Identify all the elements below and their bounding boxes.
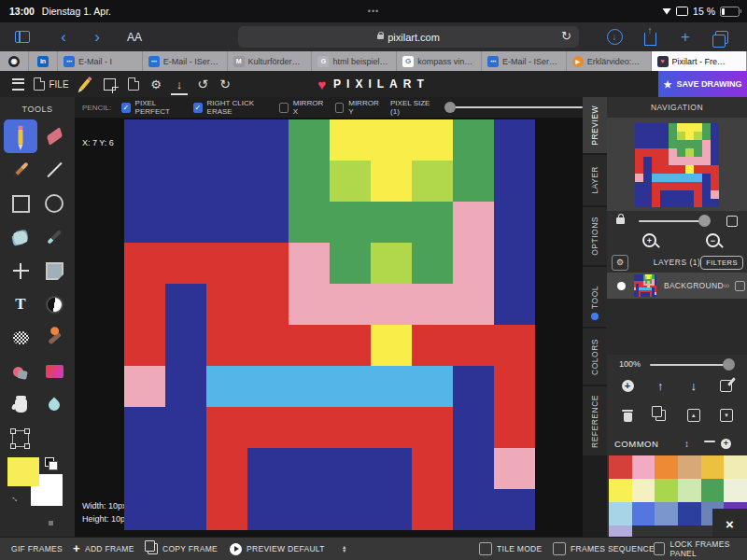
tile-mode-checkbox[interactable] xyxy=(479,542,492,555)
tool-eraser[interactable] xyxy=(37,119,71,153)
move-layer-down-button[interactable]: ↓ xyxy=(685,377,702,394)
pixel-cell[interactable] xyxy=(412,202,453,243)
pixel-cell[interactable] xyxy=(124,325,165,366)
pixel-cell[interactable] xyxy=(412,325,453,366)
pixel-cell[interactable] xyxy=(165,119,206,161)
pixel-cell[interactable] xyxy=(206,325,247,366)
tool-text[interactable]: T xyxy=(4,287,37,321)
tool-stamp[interactable] xyxy=(37,321,71,355)
save-drawing-button[interactable]: ★ SAVE DRAWING xyxy=(658,71,747,97)
pixel-cell[interactable] xyxy=(412,161,453,202)
pixel-cell[interactable] xyxy=(453,284,494,325)
pixel-cell[interactable] xyxy=(206,489,247,530)
pixel-cell[interactable] xyxy=(165,202,206,243)
pixel-cell[interactable] xyxy=(247,161,289,202)
opacity-slider[interactable] xyxy=(650,364,732,366)
preview-button[interactable]: PREVIEW xyxy=(230,538,285,560)
pixel-cell[interactable] xyxy=(289,202,330,243)
panel-tab-layer[interactable]: LAYER xyxy=(583,155,607,205)
duplicate-layer-button[interactable] xyxy=(652,407,669,424)
pixel-cell[interactable] xyxy=(289,366,330,407)
move-layer-up-button[interactable]: ↑ xyxy=(652,377,669,394)
layer-checkbox[interactable] xyxy=(735,281,745,291)
panel-tab-preview[interactable]: PREVIEW xyxy=(583,97,607,153)
forward-button[interactable]: › xyxy=(88,22,106,51)
back-button[interactable]: ‹ xyxy=(54,22,73,51)
pixel-cell[interactable] xyxy=(206,366,247,407)
pixel-cell[interactable] xyxy=(247,489,289,530)
fit-view-icon[interactable] xyxy=(726,216,738,227)
checkbox-checked[interactable]: ✓ xyxy=(121,103,130,113)
panel-tab-reference[interactable]: REFERENCE xyxy=(583,386,607,455)
pixel-cell[interactable] xyxy=(289,119,330,161)
pixel-cell[interactable] xyxy=(453,161,494,202)
address-bar[interactable]: pixilart.com ↻ xyxy=(238,26,579,48)
pixel-cell[interactable] xyxy=(165,284,206,325)
pixel-cell[interactable] xyxy=(494,161,535,202)
browser-tab-e-mail-iser[interactable]: ···E-Mail - ISer… xyxy=(482,51,567,71)
pixel-cell[interactable] xyxy=(371,366,412,407)
slider-knob[interactable] xyxy=(444,102,456,113)
layer-link-icon[interactable]: ∞ xyxy=(724,281,729,290)
pixel-cell[interactable] xyxy=(453,448,494,489)
pixel-cell[interactable] xyxy=(165,243,206,284)
add-frame-button[interactable]: + ADD FRAME xyxy=(73,538,134,560)
pixel-cell[interactable] xyxy=(330,161,371,202)
pixel-cell[interactable] xyxy=(289,284,330,325)
pixel-cell[interactable] xyxy=(247,448,289,489)
pixel-cell[interactable] xyxy=(371,489,412,530)
palette-swatch[interactable] xyxy=(609,525,632,537)
pixel-cell[interactable] xyxy=(412,366,453,407)
reload-icon[interactable]: ↻ xyxy=(561,29,571,43)
tool-rectangle[interactable] xyxy=(4,187,37,220)
pixel-cell[interactable] xyxy=(494,284,535,325)
pixel-cell[interactable] xyxy=(494,325,535,366)
browser-tab-linkedin[interactable]: in xyxy=(29,51,58,71)
browser-tab-kulturf-rder[interactable]: MKulturförder… xyxy=(228,51,313,71)
layer-visibility-toggle[interactable] xyxy=(617,282,626,290)
redo-button[interactable]: ↻ xyxy=(217,71,233,97)
delete-layer-button[interactable] xyxy=(619,407,636,424)
pixel-cell[interactable] xyxy=(124,202,165,243)
pixel-cell[interactable] xyxy=(206,284,247,325)
pixel-cell[interactable] xyxy=(371,325,412,366)
pixel-cell[interactable] xyxy=(330,119,371,161)
pixel-cell[interactable] xyxy=(330,366,371,407)
pixel-cell[interactable] xyxy=(330,325,371,366)
pixel-cell[interactable] xyxy=(412,284,453,325)
tool-pencil[interactable] xyxy=(4,119,37,153)
tool-circle[interactable] xyxy=(37,187,71,220)
nav-zoom-knob[interactable] xyxy=(698,215,711,227)
add-layer-button[interactable]: + xyxy=(619,377,636,394)
tool-pan[interactable] xyxy=(4,388,37,422)
pixel-cell[interactable] xyxy=(206,407,247,448)
checkbox-checked[interactable]: ✓ xyxy=(193,103,203,113)
sort-palette-icon[interactable]: ↕ xyxy=(684,439,689,449)
checkbox-unchecked[interactable] xyxy=(335,103,345,113)
palette-swatch[interactable] xyxy=(609,479,632,502)
option-right-click-erase[interactable]: ✓RIGHT CLICK ERASE xyxy=(193,99,269,116)
pixel-cell[interactable] xyxy=(412,119,453,161)
share-button[interactable] xyxy=(641,22,659,51)
palette-swatch[interactable] xyxy=(609,455,632,479)
pixel-cell[interactable] xyxy=(289,325,330,366)
pixel-cell[interactable] xyxy=(330,489,371,530)
file-menu-button[interactable]: FILE xyxy=(32,71,71,97)
palette-swatch[interactable] xyxy=(655,479,678,502)
pixel-cell[interactable] xyxy=(453,366,494,407)
sidebar-toggle-button[interactable] xyxy=(13,22,32,51)
tool-blur[interactable] xyxy=(37,388,71,422)
resize-canvas-button[interactable] xyxy=(101,71,118,97)
menu-button[interactable] xyxy=(9,71,26,97)
pixel-cell[interactable] xyxy=(371,202,412,243)
lock-frames-panel-toggle[interactable]: LOCK FRAMES PANEL xyxy=(654,538,747,560)
browser-tab-target[interactable]: ◉ xyxy=(0,51,29,71)
browser-tab-erkl-rvideo[interactable]: ▶Erklärvideo:… xyxy=(567,51,652,71)
pixel-cell[interactable] xyxy=(371,284,412,325)
copy-frame-button[interactable]: COPY FRAME xyxy=(148,538,218,560)
settings-button[interactable]: ⚙ xyxy=(148,71,164,97)
pixel-cell[interactable] xyxy=(289,407,330,448)
pixel-cell[interactable] xyxy=(453,407,494,448)
lock-zoom-icon[interactable] xyxy=(616,217,625,224)
pixel-cell[interactable] xyxy=(165,366,206,407)
